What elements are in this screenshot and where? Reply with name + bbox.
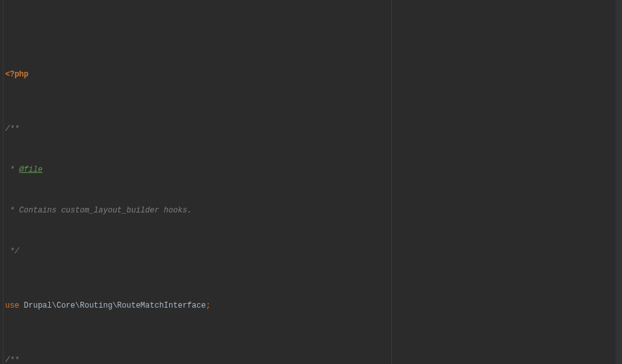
code-editor[interactable]: <?php /** * @file * Contains custom_layo… <box>0 0 622 364</box>
code-line: */ <box>5 245 622 258</box>
wrap-guide <box>391 0 392 364</box>
code-line: * Contains custom_layout_builder hooks. <box>5 204 622 218</box>
code-line: <?php <box>5 68 622 82</box>
docblock-tag-file: @file <box>19 165 43 174</box>
scrollbar-vertical[interactable] <box>616 0 622 364</box>
code-line: /** <box>5 122 622 136</box>
code-line: /** <box>5 354 622 364</box>
code-line: * @file <box>5 163 622 177</box>
php-open-tag: <?php <box>5 70 29 79</box>
code-line: use Drupal\Core\Routing\RouteMatchInterf… <box>5 299 622 313</box>
gutter-border <box>3 0 4 364</box>
